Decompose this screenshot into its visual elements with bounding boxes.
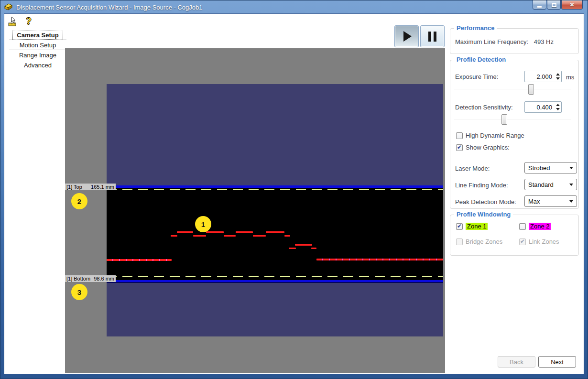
laser-profile-segment: [177, 231, 193, 233]
wizard-nav: Camera SetupMotion SetupRange ImageAdvan…: [9, 30, 66, 70]
exposure-unit-label: ms: [566, 74, 574, 81]
close-icon: ✕: [569, 1, 574, 8]
laser-profile-segment: [284, 235, 290, 237]
performance-group: Performance Maximum Line Frequency: 493 …: [450, 28, 579, 54]
spin-up-icon: [556, 73, 560, 76]
performance-group-title: Performance: [454, 24, 497, 32]
maximize-icon: [552, 3, 556, 7]
exposure-time-input[interactable]: 2.000: [524, 71, 562, 82]
titlebar[interactable]: Displacement Sensor Acquisition Wizard -…: [0, 0, 588, 14]
laser-profile-segment: [316, 259, 443, 260]
minimize-button[interactable]: [533, 0, 546, 10]
bridge-zones-checkbox[interactable]: ✔ Bridge Zones: [456, 238, 502, 245]
annotation-badge-2: 2: [71, 193, 87, 209]
profile-image-viewer[interactable]: [1] Top165.1 mm [1] Bottom98.6 mm 123: [65, 48, 445, 373]
zone1-checkbox[interactable]: ✔ Zone 1: [456, 223, 488, 230]
peak-detection-mode-dropdown[interactable]: Max: [524, 195, 577, 207]
laser-profile-segment: [206, 231, 224, 233]
zone-boundary-line-top[interactable]: [107, 185, 443, 188]
app-window: Displacement Sensor Acquisition Wizard -…: [0, 0, 588, 379]
annotation-badge-3: 3: [71, 284, 87, 300]
annotation-badge-1: 1: [195, 216, 211, 232]
exposure-spinner[interactable]: [554, 71, 561, 82]
play-icon: [403, 31, 412, 42]
help-icon: ?: [26, 17, 32, 26]
profile-windowing-group-title: Profile Windowing: [454, 211, 513, 218]
profile-detection-group: Profile Detection Exposure Time: 2.000 m…: [450, 60, 579, 209]
laser-profile-segment: [224, 235, 236, 237]
pause-icon: [428, 32, 436, 42]
slider-handle[interactable]: [528, 84, 534, 95]
laser-profile-segment: [171, 235, 177, 237]
out-of-range-band-top: [107, 84, 443, 185]
transport-controls: [394, 25, 445, 47]
laser-profile-segment: [236, 231, 253, 233]
chevron-down-icon: [569, 184, 573, 186]
line-frequency-label: Maximum Line Frequency:: [455, 38, 528, 45]
help-button[interactable]: ?: [22, 15, 35, 28]
spin-up-icon: [556, 104, 560, 106]
exposure-time-slider[interactable]: [454, 84, 571, 95]
toolbar: ?: [7, 15, 35, 28]
detection-sensitivity-slider[interactable]: [454, 114, 571, 125]
zone-bottom-label: [1] Bottom98.6 mm: [65, 275, 116, 282]
camera-image: [107, 84, 443, 336]
detection-sensitivity-label: Detection Sensitivity:: [455, 104, 513, 111]
line-finding-mode-label: Line Finding Mode:: [455, 182, 508, 189]
zone-top-label: [1] Top165.1 mm: [65, 184, 116, 190]
nav-item-camera-setup[interactable]: Camera Setup: [9, 30, 66, 40]
laser-profile-segment: [295, 244, 312, 246]
line-finding-mode-dropdown[interactable]: Standard: [524, 179, 577, 190]
laser-profile-segment: [311, 248, 316, 249]
zone-dashed-line-top[interactable]: [107, 189, 443, 190]
laser-profile-segment: [107, 259, 172, 261]
maximize-button[interactable]: [547, 0, 561, 10]
zone-dashed-line-bottom[interactable]: [107, 276, 443, 277]
profile-windowing-group: Profile Windowing ✔ Zone 1 ✔ Zone 2 ✔ Br…: [450, 215, 579, 256]
sensitivity-spinner[interactable]: [554, 102, 561, 112]
calibration-tool-button[interactable]: [7, 15, 20, 28]
spin-down-icon: [556, 108, 560, 110]
nav-item-range-image[interactable]: Range Image: [9, 50, 66, 60]
detection-sensitivity-input[interactable]: 0.400: [524, 101, 562, 113]
show-graphics-checkbox[interactable]: ✔ Show Graphics:: [456, 144, 510, 151]
link-zones-checkbox[interactable]: ✔ Link Zones: [519, 238, 559, 245]
laser-profile-segment: [193, 235, 206, 237]
next-button[interactable]: Next: [538, 356, 576, 368]
chevron-down-icon: [569, 200, 573, 203]
play-button[interactable]: [394, 25, 419, 47]
window-title: Displacement Sensor Acquisition Wizard -…: [16, 4, 202, 11]
out-of-range-band-bottom: [107, 283, 443, 336]
wizard-content: ? Camera SetupMotion SetupRange ImageAdv…: [4, 14, 584, 374]
laser-mode-label: Laser Mode:: [455, 165, 490, 172]
zone-boundary-line-bottom[interactable]: [107, 280, 443, 282]
pause-button[interactable]: [420, 25, 445, 47]
slider-handle[interactable]: [501, 114, 507, 125]
zone2-checkbox[interactable]: ✔ Zone 2: [519, 223, 551, 230]
laser-mode-dropdown[interactable]: Strobed: [524, 162, 577, 173]
laser-profile-segment: [289, 248, 296, 249]
calibration-ruler-icon: [8, 16, 19, 27]
profile-detection-group-title: Profile Detection: [454, 56, 508, 63]
minimize-icon: [537, 6, 542, 8]
nav-item-advanced[interactable]: Advanced: [9, 60, 66, 70]
slider-track: [454, 119, 571, 119]
laser-profile-segment: [266, 231, 284, 233]
exposure-time-label: Exposure Time:: [455, 73, 498, 80]
slider-track: [454, 89, 571, 89]
chevron-down-icon: [569, 167, 573, 169]
high-dynamic-range-checkbox[interactable]: ✔ High Dynamic Range: [456, 132, 524, 139]
nav-item-motion-setup[interactable]: Motion Setup: [9, 40, 66, 50]
close-button[interactable]: ✕: [561, 0, 583, 10]
line-frequency-value: 493 Hz: [534, 38, 554, 45]
spin-down-icon: [556, 77, 560, 80]
back-button[interactable]: Back: [498, 356, 535, 368]
peak-detection-mode-label: Peak Detection Mode:: [455, 198, 516, 206]
laser-profile-segment: [253, 235, 266, 237]
sensor-app-icon: [4, 3, 13, 11]
